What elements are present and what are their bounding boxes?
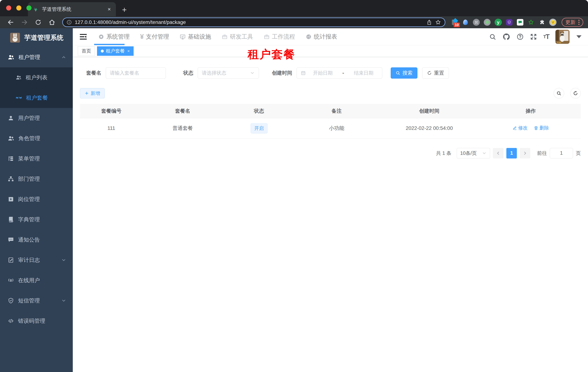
sidebar-item-post-management[interactable]: 岗位管理 [0,189,73,209]
minimize-window-button[interactable] [16,5,21,11]
extension-command-icon[interactable] [473,19,480,26]
nav-item-workflow[interactable]: 工作流程 [263,33,295,41]
browser-tab[interactable]: 芋道管理系统 × [28,2,116,16]
help-icon[interactable] [516,33,524,40]
extension-green-dot-icon[interactable] [484,19,491,26]
fullscreen-icon[interactable] [530,33,537,40]
toggle-search-button[interactable] [554,88,564,98]
sidebar-item-tenant-management[interactable]: 租户管理 [0,47,73,67]
sidebar-item-tenant-list[interactable]: 租户列表 [0,67,73,88]
col-remark: 备注 [295,104,378,118]
chevron-down-icon [250,71,255,75]
refresh-table-button[interactable] [570,88,581,98]
extension-badge: 10 [454,23,460,27]
app-title: 芋道管理系统 [24,33,63,42]
nav-item-reports[interactable]: 统计报表 [305,33,337,41]
search-icon[interactable] [489,33,496,40]
nav-item-payment[interactable]: ¥ 支付管理 [140,33,169,41]
reset-button[interactable]: 重置 [422,67,449,79]
browser-update-button[interactable]: 更新 [562,18,583,27]
bookmark-star-icon[interactable] [435,19,441,25]
sidebar-item-dict-management[interactable]: 字典管理 [0,209,73,230]
window-controls[interactable] [6,5,32,11]
reload-button[interactable] [32,18,44,27]
date-end-placeholder[interactable]: 结束日期 [349,70,378,76]
profile-emoji-icon[interactable] [549,19,556,26]
url-text[interactable]: 127.0.0.1:48080/admin-ui/system/tenant/p… [75,19,423,25]
cell-created: 2022-02-22 00:54:00 [378,118,481,138]
goto-page-input[interactable] [550,148,573,159]
filter-bar: 套餐名 状态 请选择状态 创建时间 开始日期 - 结束日期 [86,67,581,79]
zoom-window-button[interactable] [26,5,32,11]
font-size-icon[interactable]: TT [543,33,549,41]
tab-close-icon[interactable]: × [107,6,111,12]
sidebar-item-menu-management[interactable]: 菜单管理 [0,149,73,169]
browser-menu-icon[interactable] [578,20,579,25]
top-nav: 系统管理 ¥ 支付管理 基础设施 研发工具 [98,33,337,41]
status-select[interactable]: 请选择状态 [198,67,259,79]
add-button[interactable]: 新增 [80,88,105,98]
users-icon [8,135,14,142]
search-button[interactable]: 搜索 [391,67,418,79]
sidebar-item-tenant-package[interactable]: 租户套餐 [0,88,73,108]
page-size-select[interactable]: 10条/页 [457,148,490,159]
refresh-icon [427,71,432,75]
avatar-dropdown-caret-icon[interactable] [577,35,581,38]
package-name-input[interactable] [110,70,162,76]
sidebar-item-dept-management[interactable]: 部门管理 [0,169,73,189]
prev-page-button[interactable] [493,148,504,159]
sidebar-logo-row[interactable]: 芋道管理系统 [0,28,73,47]
sms-shield-icon [8,298,14,304]
address-bar[interactable]: 127.0.0.1:48080/admin-ui/system/tenant/p… [62,18,445,27]
delete-link[interactable]: 删除 [534,125,549,131]
id-badge-icon [8,196,14,202]
current-page[interactable]: 1 [506,148,517,159]
chevron-down-icon [61,257,66,263]
next-page-button[interactable] [520,148,530,159]
extension-shield-icon[interactable] [506,19,513,26]
sidebar-item-notice[interactable]: 通知公告 [0,230,73,250]
new-tab-button[interactable]: + [122,6,127,14]
date-range-picker[interactable]: 开始日期 - 结束日期 [296,67,382,79]
error-code-icon [8,318,14,324]
github-icon[interactable] [502,33,510,41]
tag-close-icon[interactable]: × [127,49,130,53]
user-avatar[interactable]: 0:30 [556,30,569,44]
back-button[interactable] [5,18,17,27]
extension-balloon-icon[interactable] [462,19,469,26]
package-name-label: 套餐名 [86,70,101,76]
sidebar-collapse-icon[interactable] [79,33,87,41]
extension-star-icon[interactable] [527,19,535,26]
col-actions: 操作 [481,104,581,118]
pencil-icon [512,126,517,130]
nav-item-dev-tools[interactable]: 研发工具 [221,33,253,41]
home-button[interactable] [46,18,58,27]
sidebar-item-error-code[interactable]: 错误码管理 [0,311,73,331]
tag-home[interactable]: 首页 [78,46,95,56]
edit-link[interactable]: 修改 [512,125,527,131]
cell-status: 开启 [223,118,295,138]
chevron-left-icon [496,151,501,156]
active-nav-underline [94,44,125,45]
briefcase-icon [221,34,228,40]
extension-y-icon[interactable]: y [494,19,502,26]
nav-item-infrastructure[interactable]: 基础设施 [179,33,211,41]
forward-button[interactable] [19,18,31,27]
table-toolbar: 新增 [80,88,581,98]
sidebar-item-role-management[interactable]: 角色管理 [0,128,73,149]
extensions-puzzle-icon[interactable] [538,19,545,26]
share-icon[interactable] [426,19,432,25]
sidebar-item-online-users[interactable]: 在线用户 [0,270,73,290]
online-user-icon [8,277,14,284]
site-info-icon[interactable] [66,20,72,25]
sidebar-item-user-management[interactable]: 用户管理 [0,108,73,128]
extension-grid-icon[interactable]: 10 [451,19,458,26]
close-window-button[interactable] [6,5,11,11]
date-start-placeholder[interactable]: 开始日期 [308,70,337,76]
nav-item-system[interactable]: 系统管理 [98,33,130,41]
extension-chat-icon[interactable] [517,19,524,26]
sidebar-item-audit-log[interactable]: 审计日志 [0,250,73,270]
sidebar-item-sms-management[interactable]: 短信管理 [0,290,73,311]
tag-tenant-package[interactable]: 租户套餐 × [97,46,134,56]
search-icon [556,91,561,96]
